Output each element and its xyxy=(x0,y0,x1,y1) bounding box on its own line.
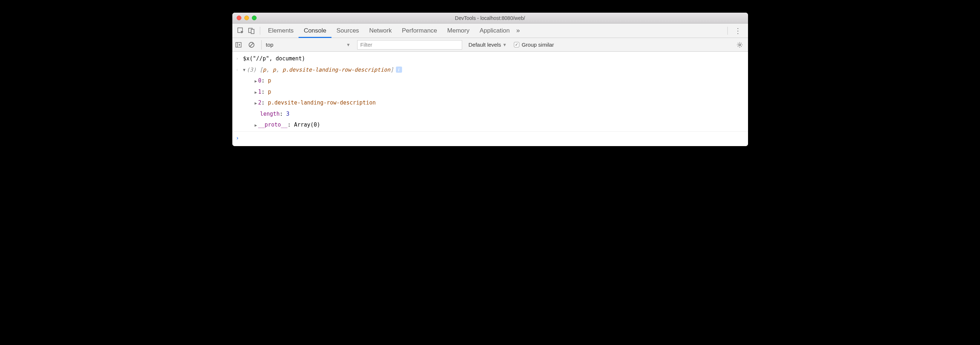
tab-elements[interactable]: Elements xyxy=(263,24,299,38)
console-prompt-input[interactable] xyxy=(243,133,745,143)
array-proto[interactable]: ▶__proto__: Array(0) xyxy=(232,119,748,130)
clear-console-icon[interactable] xyxy=(248,41,258,48)
expand-triangle-icon[interactable]: ▶ xyxy=(255,89,257,97)
length-value: 3 xyxy=(286,111,290,117)
length-label: length xyxy=(260,111,280,117)
filter-input[interactable] xyxy=(357,40,462,49)
console-input-row: › $x("//p", document) xyxy=(232,53,748,64)
chevron-down-icon: ▼ xyxy=(346,42,351,48)
devtools-window: DevTools - localhost:8080/web/ Elements … xyxy=(232,13,748,146)
checkbox-checked-icon: ✓ xyxy=(514,42,519,48)
array-count: (3) xyxy=(247,67,256,73)
console-result-row: ‹ ▼(3) [p, p, p.devsite-landing-row-desc… xyxy=(232,64,748,76)
group-similar-toggle[interactable]: ✓ Group similar xyxy=(514,41,554,48)
proto-label: __proto__ xyxy=(258,121,287,128)
expand-triangle-icon[interactable]: ▶ xyxy=(255,100,257,107)
levels-label: Default levels xyxy=(469,41,501,48)
group-similar-label: Group similar xyxy=(522,41,554,48)
expand-triangle-icon[interactable]: ▶ xyxy=(255,122,257,129)
minimize-window-button[interactable] xyxy=(244,16,249,20)
array-entry[interactable]: ▶2: p.devsite-landing-row-description xyxy=(232,97,748,108)
window-title: DevTools - localhost:8080/web/ xyxy=(232,15,748,21)
array-entry[interactable]: ▶1: p xyxy=(232,86,748,98)
titlebar: DevTools - localhost:8080/web/ xyxy=(232,13,748,24)
entry-index: 2 xyxy=(258,99,261,106)
svg-rect-2 xyxy=(251,29,254,33)
more-tabs-button[interactable]: » xyxy=(516,27,520,34)
tab-memory[interactable]: Memory xyxy=(442,24,474,38)
entry-index: 0 xyxy=(258,77,261,84)
entry-index: 1 xyxy=(258,89,261,95)
info-badge-icon[interactable]: i xyxy=(396,67,402,73)
console-toolbar: top ▼ Default levels ▼ ✓ Group similar xyxy=(232,38,748,52)
proto-value: Array(0) xyxy=(294,121,320,128)
device-toolbar-icon[interactable] xyxy=(246,27,257,34)
array-entry[interactable]: ▶0: p xyxy=(232,75,748,86)
console-input-text[interactable]: $x("//p", document) xyxy=(243,54,745,64)
array-length: length: 3 xyxy=(232,108,748,120)
console-prompt-row[interactable]: › xyxy=(232,132,748,146)
traffic-lights xyxy=(232,16,256,20)
collapse-triangle-icon[interactable]: ▼ xyxy=(243,67,246,74)
context-label: top xyxy=(266,41,274,48)
chevron-down-icon: ▼ xyxy=(503,42,507,48)
log-levels-selector[interactable]: Default levels ▼ xyxy=(469,41,507,48)
input-chevron-icon: › xyxy=(236,54,243,64)
result-summary[interactable]: ▼(3) [p, p, p.devsite-landing-row-descri… xyxy=(243,65,745,75)
entry-value: p xyxy=(268,89,271,95)
close-window-button[interactable] xyxy=(237,16,241,20)
prompt-chevron-icon: › xyxy=(236,133,243,143)
tabbar: Elements Console Sources Network Perform… xyxy=(232,24,748,38)
inspect-element-icon[interactable] xyxy=(235,27,246,34)
tab-sources[interactable]: Sources xyxy=(331,24,364,38)
maximize-window-button[interactable] xyxy=(252,16,256,20)
divider xyxy=(260,27,260,35)
divider xyxy=(727,27,728,35)
entry-value: p xyxy=(268,77,271,84)
svg-line-6 xyxy=(250,43,253,47)
output-chevron-icon: ‹ xyxy=(236,65,243,75)
entry-value: p.devsite-landing-row-description xyxy=(268,99,375,106)
tab-network[interactable]: Network xyxy=(364,24,397,38)
svg-rect-3 xyxy=(235,42,241,47)
toggle-sidebar-icon[interactable] xyxy=(235,41,245,48)
tab-application[interactable]: Application xyxy=(474,24,515,38)
array-preview: [p, p, p.devsite-landing-row-description… xyxy=(259,67,393,73)
context-selector[interactable]: top ▼ xyxy=(261,40,353,49)
tab-performance[interactable]: Performance xyxy=(397,24,442,38)
settings-menu-button[interactable]: ⋮ xyxy=(731,26,745,35)
console-output: › $x("//p", document) ‹ ▼(3) [p, p, p.de… xyxy=(232,52,748,146)
svg-point-7 xyxy=(739,44,740,46)
tab-console[interactable]: Console xyxy=(299,24,331,38)
expand-triangle-icon[interactable]: ▶ xyxy=(255,78,257,85)
console-settings-icon[interactable] xyxy=(737,41,745,48)
